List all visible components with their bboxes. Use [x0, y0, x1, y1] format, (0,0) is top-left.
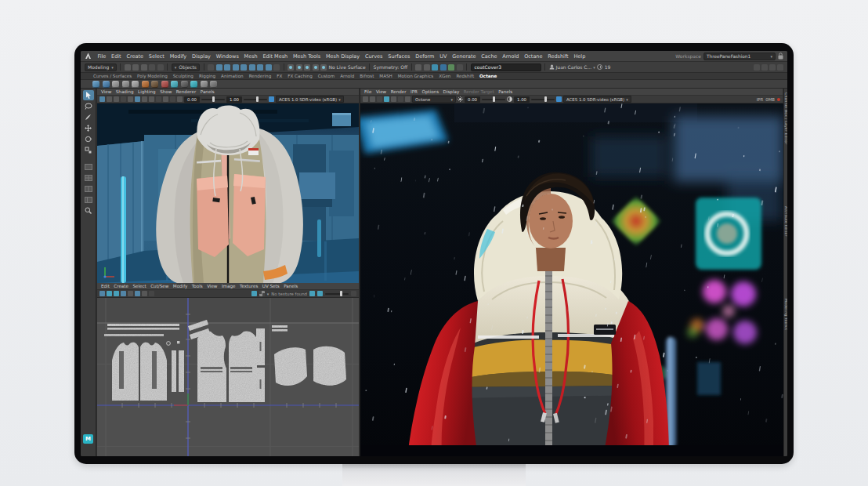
menu-item[interactable]: Deform [413, 53, 437, 60]
redo-icon[interactable] [157, 64, 164, 71]
uv-menu-item[interactable]: Create [114, 284, 128, 288]
grid-toggle-icon[interactable] [114, 96, 119, 102]
menu-item[interactable]: Create [124, 53, 146, 60]
quick-selection-input[interactable]: coatCover3 [471, 63, 541, 71]
viewport-menu-item[interactable]: Shading [116, 89, 134, 94]
scale-tool[interactable] [83, 145, 94, 155]
render-gamma-field[interactable]: 1.00 [514, 96, 530, 103]
shelf-tab[interactable]: Poly Modeling [137, 74, 168, 78]
viewport-3d-canvas[interactable] [97, 103, 359, 283]
octane-spotlight-icon[interactable] [122, 81, 129, 88]
aa-icon[interactable] [170, 96, 175, 102]
exposure-slider[interactable] [201, 99, 225, 100]
render-save-icon[interactable] [363, 96, 368, 102]
uv-vertex-mode-icon[interactable] [99, 291, 105, 296]
octane-universe-icon[interactable] [92, 81, 99, 88]
paint-select-tool[interactable] [83, 112, 94, 122]
octane-arealight-icon[interactable] [112, 81, 119, 88]
uv-menu-item[interactable]: Image [222, 284, 236, 288]
select-tool[interactable] [83, 90, 94, 100]
menu-item[interactable]: Edit Mesh [260, 53, 291, 60]
menu-item[interactable]: Help [571, 53, 588, 60]
octane-pause-render-icon[interactable] [201, 81, 208, 88]
render-canvas[interactable] [360, 103, 783, 456]
render-menu-item[interactable]: Render Target [464, 89, 494, 94]
render-menu-item[interactable]: File [364, 89, 371, 94]
camera-lock-icon[interactable] [107, 96, 112, 102]
new-scene-icon[interactable] [125, 64, 131, 71]
menu-item[interactable]: Curves [363, 53, 385, 60]
shelf-tab[interactable]: MASH [379, 74, 392, 78]
menu-item[interactable]: Redshift [545, 53, 571, 60]
select-hierarchy-icon[interactable] [208, 64, 214, 71]
shelf-tab[interactable]: Motion Graphics [398, 74, 433, 78]
uv-menu-item[interactable]: Panels [284, 284, 298, 288]
shelf-tab[interactable]: Rendering [249, 74, 272, 78]
render-gamma-slider[interactable] [531, 99, 555, 100]
uv-filter-icon[interactable] [317, 291, 323, 296]
shelf-tab[interactable]: Redshift [456, 74, 474, 78]
sidebar-vertical-tab[interactable]: Modeling Toolkit [784, 299, 787, 330]
viewport-exposure-field[interactable]: 0.00 [184, 96, 200, 103]
octane-texture-icon[interactable] [161, 81, 168, 88]
octane-ibl-light-icon[interactable] [132, 81, 139, 88]
viewport-menu-item[interactable]: Renderer [176, 89, 197, 94]
snap-point-icon[interactable] [304, 64, 310, 71]
uv-menu-item[interactable]: Select [132, 284, 146, 288]
shelf-tab[interactable]: Curves / Surfaces [93, 74, 132, 78]
shelf-tab[interactable]: Arnold [340, 74, 354, 78]
render-colorspace-dropdown[interactable]: ACES 1.0 SDR-video (sRGB)▾ [563, 96, 631, 103]
rotate-tool[interactable] [83, 134, 94, 144]
render-menu-item[interactable]: Panels [498, 89, 512, 94]
shelf-tab[interactable]: FX Caching [288, 74, 312, 78]
viewport-gamma-field[interactable]: 1.00 [226, 96, 242, 103]
shelf-tab[interactable]: Animation [221, 74, 244, 78]
shelf-tab[interactable]: XGen [439, 74, 450, 78]
film-gate-icon[interactable] [121, 96, 126, 102]
layout-split-pane-button[interactable] [83, 183, 94, 194]
uv-snapshot-icon[interactable] [142, 291, 147, 296]
uv-menu-item[interactable]: View [207, 284, 217, 288]
selection-mask-dropdown[interactable]: ▾Objects [172, 63, 200, 71]
uv-menu-item[interactable]: Modify [173, 284, 188, 288]
sidebar-vertical-tab[interactable]: Channel Box / Layer Editor [784, 92, 787, 144]
viewport-menu-item[interactable]: Show [160, 89, 172, 94]
menu-item[interactable]: Mesh Tools [291, 53, 324, 60]
render-pick-icon[interactable] [398, 96, 403, 102]
live-surface-status[interactable]: No Live Surface [329, 64, 366, 70]
octane-environment-icon[interactable] [142, 81, 149, 88]
snap-grid-icon[interactable] [288, 64, 294, 71]
menu-item[interactable]: UV [437, 53, 450, 60]
menu-item[interactable]: Mesh [241, 53, 260, 60]
octane-cloth-icon[interactable] [103, 81, 110, 88]
menu-item[interactable]: Mesh Display [324, 53, 363, 60]
undo-icon[interactable] [149, 64, 155, 71]
render-exposure-field[interactable]: 0.00 [465, 96, 480, 103]
menu-item[interactable]: Arnold [500, 53, 522, 60]
paint-effects-icon[interactable] [457, 64, 463, 71]
open-scene-icon[interactable] [132, 64, 139, 71]
render-clone-icon[interactable] [377, 96, 382, 102]
shelf-tab[interactable]: FX [277, 74, 282, 78]
mask-rendering-icon[interactable] [266, 64, 272, 71]
render-menu-item[interactable]: View [376, 89, 386, 94]
colorspace-dropdown[interactable]: ACES 1.0 SDR-video (sRGB)▾ [276, 96, 344, 103]
render-menu-item[interactable]: Render [391, 89, 407, 94]
uv-camera-icon[interactable] [149, 291, 154, 296]
lighting-icon[interactable] [149, 96, 154, 102]
render-exposure-slider[interactable] [482, 99, 505, 100]
uv-range-icon[interactable] [351, 291, 356, 296]
sidebar-toggle-outliner-icon[interactable] [777, 64, 783, 71]
render-menu-item[interactable]: IPR [410, 89, 418, 94]
octane-proxy-icon[interactable] [171, 81, 178, 88]
shelf-tab[interactable]: Octane [479, 74, 497, 78]
lasso-tool[interactable] [83, 101, 94, 111]
uv-menu-item[interactable]: Textures [240, 284, 258, 288]
uv-menu-item[interactable]: Cut/Sew [150, 284, 168, 288]
color-management-icon[interactable] [556, 96, 562, 102]
hypershade-icon[interactable] [440, 64, 447, 71]
xray-icon[interactable] [177, 96, 183, 102]
layout-outliner-persp-button[interactable] [83, 194, 94, 205]
wireframe-shaded-icon[interactable] [135, 96, 140, 102]
uv-editor-app-icon[interactable]: M [83, 434, 93, 444]
